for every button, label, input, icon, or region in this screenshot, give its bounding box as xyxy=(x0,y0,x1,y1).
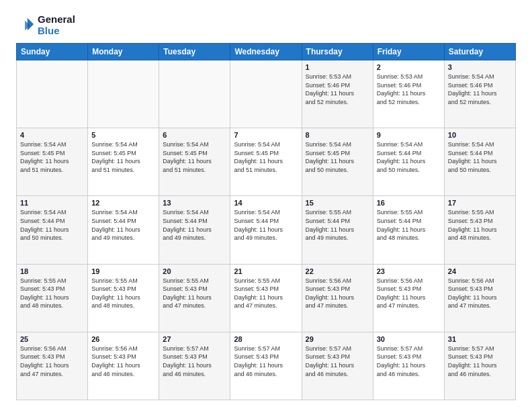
calendar-cell: 15Sunrise: 5:55 AMSunset: 5:44 PMDayligh… xyxy=(302,196,373,264)
calendar-cell: 21Sunrise: 5:55 AMSunset: 5:43 PMDayligh… xyxy=(230,264,302,332)
calendar-cell: 24Sunrise: 5:56 AMSunset: 5:43 PMDayligh… xyxy=(444,264,515,332)
day-detail: Sunrise: 5:54 AMSunset: 5:45 PMDaylight:… xyxy=(163,140,226,174)
col-header-monday: Monday xyxy=(88,44,159,60)
calendar-week-4: 18Sunrise: 5:55 AMSunset: 5:43 PMDayligh… xyxy=(17,264,516,332)
day-detail: Sunrise: 5:56 AMSunset: 5:43 PMDaylight:… xyxy=(306,277,369,310)
day-number: 21 xyxy=(234,267,298,275)
calendar-cell: 22Sunrise: 5:56 AMSunset: 5:43 PMDayligh… xyxy=(302,264,373,332)
calendar-cell: 4Sunrise: 5:54 AMSunset: 5:45 PMDaylight… xyxy=(17,128,88,196)
day-number: 8 xyxy=(306,131,369,139)
calendar-cell: 19Sunrise: 5:55 AMSunset: 5:43 PMDayligh… xyxy=(88,264,159,332)
calendar-cell: 27Sunrise: 5:57 AMSunset: 5:43 PMDayligh… xyxy=(159,332,230,400)
day-detail: Sunrise: 5:54 AMSunset: 5:44 PMDaylight:… xyxy=(448,140,512,174)
calendar-cell: 7Sunrise: 5:54 AMSunset: 5:45 PMDaylight… xyxy=(230,128,302,196)
day-detail: Sunrise: 5:55 AMSunset: 5:43 PMDaylight:… xyxy=(91,277,155,310)
calendar-cell: 26Sunrise: 5:56 AMSunset: 5:43 PMDayligh… xyxy=(88,332,159,400)
day-number: 20 xyxy=(163,267,226,275)
day-number: 9 xyxy=(377,131,441,139)
logo-text: General Blue xyxy=(38,13,75,36)
day-detail: Sunrise: 5:54 AMSunset: 5:45 PMDaylight:… xyxy=(20,140,84,174)
day-number: 27 xyxy=(163,335,226,343)
day-number: 5 xyxy=(91,131,155,139)
day-number: 14 xyxy=(234,199,298,207)
day-detail: Sunrise: 5:55 AMSunset: 5:43 PMDaylight:… xyxy=(234,277,298,310)
day-number: 29 xyxy=(306,335,369,343)
day-detail: Sunrise: 5:54 AMSunset: 5:46 PMDaylight:… xyxy=(448,73,512,106)
day-detail: Sunrise: 5:55 AMSunset: 5:43 PMDaylight:… xyxy=(448,208,512,242)
day-detail: Sunrise: 5:57 AMSunset: 5:43 PMDaylight:… xyxy=(377,345,441,378)
day-number: 16 xyxy=(377,199,441,207)
calendar-cell: 31Sunrise: 5:57 AMSunset: 5:43 PMDayligh… xyxy=(444,332,515,400)
logo: General Blue xyxy=(16,13,75,36)
calendar-cell xyxy=(17,60,88,128)
calendar-cell: 30Sunrise: 5:57 AMSunset: 5:43 PMDayligh… xyxy=(373,332,444,400)
day-detail: Sunrise: 5:55 AMSunset: 5:43 PMDaylight:… xyxy=(20,277,84,310)
day-detail: Sunrise: 5:55 AMSunset: 5:44 PMDaylight:… xyxy=(377,208,441,242)
calendar-cell: 29Sunrise: 5:57 AMSunset: 5:43 PMDayligh… xyxy=(302,332,373,400)
calendar-cell: 17Sunrise: 5:55 AMSunset: 5:43 PMDayligh… xyxy=(444,196,515,264)
day-number: 19 xyxy=(91,267,155,275)
calendar-cell: 14Sunrise: 5:54 AMSunset: 5:44 PMDayligh… xyxy=(230,196,302,264)
day-number: 26 xyxy=(91,335,155,343)
calendar-week-3: 11Sunrise: 5:54 AMSunset: 5:44 PMDayligh… xyxy=(17,196,516,264)
day-detail: Sunrise: 5:53 AMSunset: 5:46 PMDaylight:… xyxy=(306,73,369,106)
day-number: 7 xyxy=(234,131,298,139)
calendar-cell: 5Sunrise: 5:54 AMSunset: 5:45 PMDaylight… xyxy=(88,128,159,196)
day-detail: Sunrise: 5:56 AMSunset: 5:43 PMDaylight:… xyxy=(448,277,512,310)
calendar-week-5: 25Sunrise: 5:56 AMSunset: 5:43 PMDayligh… xyxy=(17,332,516,400)
day-detail: Sunrise: 5:54 AMSunset: 5:44 PMDaylight:… xyxy=(20,208,84,242)
calendar-week-1: 1Sunrise: 5:53 AMSunset: 5:46 PMDaylight… xyxy=(17,60,516,128)
calendar-cell: 18Sunrise: 5:55 AMSunset: 5:43 PMDayligh… xyxy=(17,264,88,332)
day-detail: Sunrise: 5:56 AMSunset: 5:43 PMDaylight:… xyxy=(377,277,441,310)
day-detail: Sunrise: 5:53 AMSunset: 5:46 PMDaylight:… xyxy=(377,73,441,106)
calendar-cell: 20Sunrise: 5:55 AMSunset: 5:43 PMDayligh… xyxy=(159,264,230,332)
day-detail: Sunrise: 5:54 AMSunset: 5:45 PMDaylight:… xyxy=(91,140,155,174)
day-detail: Sunrise: 5:54 AMSunset: 5:45 PMDaylight:… xyxy=(306,140,369,174)
day-number: 24 xyxy=(448,267,512,275)
calendar-cell: 10Sunrise: 5:54 AMSunset: 5:44 PMDayligh… xyxy=(444,128,515,196)
day-detail: Sunrise: 5:54 AMSunset: 5:45 PMDaylight:… xyxy=(234,140,298,174)
day-number: 25 xyxy=(20,335,84,343)
calendar-cell: 16Sunrise: 5:55 AMSunset: 5:44 PMDayligh… xyxy=(373,196,444,264)
day-number: 15 xyxy=(306,199,369,207)
day-number: 28 xyxy=(234,335,298,343)
day-number: 30 xyxy=(377,335,441,343)
day-detail: Sunrise: 5:56 AMSunset: 5:43 PMDaylight:… xyxy=(20,345,84,378)
day-number: 22 xyxy=(306,267,369,275)
calendar-cell: 11Sunrise: 5:54 AMSunset: 5:44 PMDayligh… xyxy=(17,196,88,264)
col-header-thursday: Thursday xyxy=(302,44,373,60)
calendar-table: SundayMondayTuesdayWednesdayThursdayFrid… xyxy=(16,43,516,400)
calendar-cell xyxy=(88,60,159,128)
col-header-friday: Friday xyxy=(373,44,444,60)
day-number: 6 xyxy=(163,131,226,139)
calendar-cell: 9Sunrise: 5:54 AMSunset: 5:44 PMDaylight… xyxy=(373,128,444,196)
day-number: 17 xyxy=(448,199,512,207)
day-detail: Sunrise: 5:54 AMSunset: 5:44 PMDaylight:… xyxy=(163,208,226,242)
calendar-cell: 12Sunrise: 5:54 AMSunset: 5:44 PMDayligh… xyxy=(88,196,159,264)
calendar-cell: 23Sunrise: 5:56 AMSunset: 5:43 PMDayligh… xyxy=(373,264,444,332)
day-number: 11 xyxy=(20,199,84,207)
day-detail: Sunrise: 5:54 AMSunset: 5:44 PMDaylight:… xyxy=(377,140,441,174)
logo-icon xyxy=(16,15,35,34)
day-number: 23 xyxy=(377,267,441,275)
day-detail: Sunrise: 5:55 AMSunset: 5:44 PMDaylight:… xyxy=(306,208,369,242)
day-number: 13 xyxy=(163,199,226,207)
calendar-cell: 6Sunrise: 5:54 AMSunset: 5:45 PMDaylight… xyxy=(159,128,230,196)
calendar-cell: 13Sunrise: 5:54 AMSunset: 5:44 PMDayligh… xyxy=(159,196,230,264)
day-number: 31 xyxy=(448,335,512,343)
page: General Blue SundayMondayTuesdayWednesda… xyxy=(0,0,532,411)
day-number: 2 xyxy=(377,63,441,71)
header: General Blue xyxy=(16,13,516,36)
col-header-tuesday: Tuesday xyxy=(159,44,230,60)
col-header-wednesday: Wednesday xyxy=(230,44,302,60)
col-header-saturday: Saturday xyxy=(444,44,515,60)
col-header-sunday: Sunday xyxy=(17,44,88,60)
day-number: 18 xyxy=(20,267,84,275)
day-detail: Sunrise: 5:57 AMSunset: 5:43 PMDaylight:… xyxy=(306,345,369,378)
day-number: 10 xyxy=(448,131,512,139)
calendar-cell: 1Sunrise: 5:53 AMSunset: 5:46 PMDaylight… xyxy=(302,60,373,128)
day-number: 12 xyxy=(91,199,155,207)
day-detail: Sunrise: 5:54 AMSunset: 5:44 PMDaylight:… xyxy=(91,208,155,242)
calendar-cell xyxy=(230,60,302,128)
day-detail: Sunrise: 5:56 AMSunset: 5:43 PMDaylight:… xyxy=(91,345,155,378)
